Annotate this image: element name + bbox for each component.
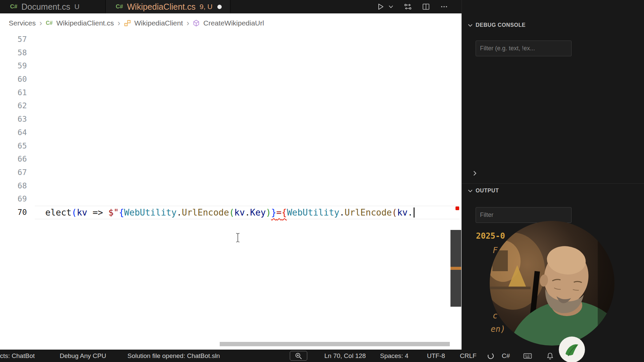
bell-icon[interactable] bbox=[546, 352, 554, 362]
tab-document-cs[interactable]: C# Document.cs U bbox=[0, 0, 106, 13]
breadcrumb-class[interactable]: WikipediaClient bbox=[135, 19, 183, 27]
run-button[interactable] bbox=[376, 3, 384, 11]
line-number: 62 bbox=[0, 99, 27, 113]
csharp-file-icon: C# bbox=[10, 3, 17, 10]
breadcrumb: Services › C# WikipediaClient.cs › Wikip… bbox=[0, 13, 461, 33]
run-dropdown-chevron-icon[interactable] bbox=[388, 5, 393, 9]
code-token: kv bbox=[77, 207, 87, 218]
mouse-ibeam-cursor bbox=[235, 233, 241, 244]
code-token: elect bbox=[45, 207, 71, 218]
status-cursor-position[interactable]: Ln 70, Col 128 bbox=[324, 350, 366, 362]
code-token: { bbox=[282, 207, 287, 218]
code-token: { bbox=[119, 207, 124, 218]
code-token: } bbox=[271, 207, 276, 218]
text-caret bbox=[414, 207, 415, 218]
code-line[interactable]: elect(kv => $"{WebUtility.UrlEncode(kv.K… bbox=[45, 206, 415, 219]
scrollbar-marker bbox=[450, 267, 461, 270]
code-token: = bbox=[276, 207, 282, 218]
code-token: UrlEncode bbox=[182, 207, 229, 218]
line-number: 61 bbox=[0, 86, 27, 100]
code-token: ( bbox=[71, 207, 77, 218]
line-number: 58 bbox=[0, 46, 27, 60]
split-editor-icon[interactable] bbox=[422, 3, 430, 11]
debug-console-filter-input[interactable] bbox=[476, 41, 572, 56]
code-token: ( bbox=[392, 207, 397, 218]
csharp-file-icon: C# bbox=[46, 20, 53, 26]
status-language[interactable]: C# bbox=[502, 350, 510, 362]
line-number: 63 bbox=[0, 113, 27, 126]
chevron-right-icon: › bbox=[118, 20, 120, 26]
tab-label: Document.cs bbox=[21, 2, 70, 12]
line-number: 65 bbox=[0, 139, 27, 153]
line-number: 68 bbox=[0, 179, 27, 193]
line-number: 57 bbox=[0, 33, 27, 46]
code-token: " bbox=[114, 207, 119, 218]
code-token: Key bbox=[250, 207, 266, 218]
chevron-right-icon: › bbox=[40, 20, 42, 26]
status-encoding[interactable]: UTF-8 bbox=[427, 350, 445, 362]
code-token: ) bbox=[266, 207, 271, 218]
open-changes-icon[interactable] bbox=[404, 3, 412, 11]
status-solution-message: Solution file opened: ChatBot.sln bbox=[127, 350, 220, 362]
line-number: 60 bbox=[0, 73, 27, 86]
breadcrumb-file[interactable]: WikipediaClient.cs bbox=[56, 19, 114, 27]
chevron-down-icon[interactable] bbox=[467, 22, 473, 29]
code-token: . bbox=[245, 207, 250, 218]
line-number-gutter: 5758596061626364656667686970 bbox=[0, 33, 27, 219]
status-bar: cts: ChatBot Debug Any CPU Solution file… bbox=[0, 350, 644, 362]
keyboard-icon[interactable] bbox=[523, 352, 532, 361]
tab-wikipediaclient-cs[interactable]: C# WikipediaClient.cs 9, U bbox=[106, 0, 230, 13]
code-token: . bbox=[339, 207, 345, 218]
chevron-right-icon[interactable] bbox=[471, 170, 478, 178]
panel-divider bbox=[462, 183, 644, 184]
webcam-overlay bbox=[490, 221, 614, 346]
chevron-right-icon: › bbox=[186, 20, 189, 26]
csharp-file-icon: C# bbox=[116, 3, 123, 10]
git-status-badge: U bbox=[74, 3, 79, 11]
code-token: . bbox=[176, 207, 182, 218]
logo-badge bbox=[559, 337, 585, 362]
editor-more-actions-icon[interactable] bbox=[440, 3, 448, 11]
class-symbol-icon bbox=[124, 20, 131, 26]
tab-label: WikipediaClient.cs bbox=[127, 2, 196, 12]
line-number: 66 bbox=[0, 153, 27, 166]
line-number: 70 bbox=[0, 206, 27, 219]
zoom-tool-button[interactable] bbox=[290, 351, 307, 361]
code-token: kv bbox=[234, 207, 245, 218]
code-token: UrlEncode bbox=[344, 207, 392, 218]
debug-console-title[interactable]: DEBUG CONSOLE bbox=[476, 22, 526, 28]
line-number: 67 bbox=[0, 166, 27, 179]
status-eol[interactable]: CRLF bbox=[460, 350, 477, 362]
breadcrumb-method[interactable]: CreateWikipediaUrl bbox=[203, 19, 264, 27]
error-marker-icon bbox=[455, 206, 459, 210]
sync-spinner-icon[interactable] bbox=[487, 352, 494, 361]
method-symbol-icon bbox=[193, 20, 200, 26]
code-editor[interactable]: 5758596061626364656667686970 elect(kv =>… bbox=[0, 33, 461, 350]
git-status-badge: 9, U bbox=[200, 3, 213, 11]
code-token: WebUtility bbox=[287, 207, 339, 218]
status-project[interactable]: cts: ChatBot bbox=[0, 350, 35, 362]
code-token: kv bbox=[397, 207, 408, 218]
code-token: => bbox=[87, 207, 108, 218]
code-token: WebUtility bbox=[124, 207, 177, 218]
code-token: ( bbox=[229, 207, 234, 218]
status-indentation[interactable]: Spaces: 4 bbox=[380, 350, 409, 362]
output-filter-input[interactable] bbox=[476, 207, 572, 223]
output-title[interactable]: OUTPUT bbox=[476, 188, 499, 194]
status-build-config[interactable]: Debug Any CPU bbox=[60, 350, 106, 362]
breadcrumb-services[interactable]: Services bbox=[9, 19, 36, 27]
vertical-scrollbar[interactable] bbox=[450, 230, 461, 307]
horizontal-scrollbar[interactable] bbox=[220, 342, 450, 346]
unsaved-dot-icon[interactable] bbox=[217, 5, 222, 9]
line-number: 69 bbox=[0, 192, 27, 206]
chevron-down-icon[interactable] bbox=[467, 188, 473, 195]
code-token: $ bbox=[108, 207, 114, 218]
line-number: 64 bbox=[0, 126, 27, 139]
code-token: . bbox=[408, 207, 413, 218]
line-number: 59 bbox=[0, 59, 27, 73]
